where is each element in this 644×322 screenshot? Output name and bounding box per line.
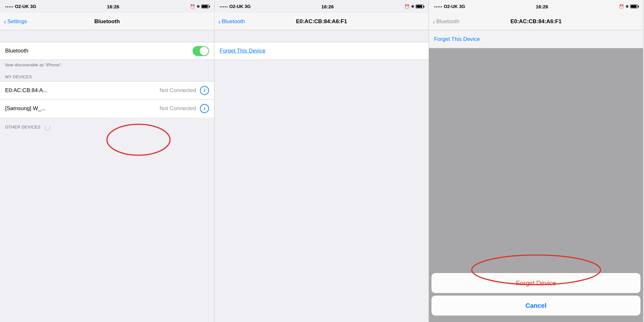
- forget-device-label-3: Forget This Device: [434, 36, 480, 43]
- device-right-1: Not Connected i: [160, 104, 209, 113]
- carrier-3: O2-UK: [444, 4, 458, 9]
- device-name-0: E0:AC:CB:84:A...: [5, 87, 47, 94]
- my-devices-list: E0:AC:CB:84:A... Not Connected i [Samsun…: [0, 81, 214, 118]
- nav-bar-2: ‹ Bluetooth E0:AC:CB:84:A6:F1: [214, 13, 429, 30]
- signal-dots-2: ●●●●●: [220, 5, 228, 8]
- status-bar-time-1: 16:26: [107, 4, 119, 9]
- device-id-title-3: E0:AC:CB:84:A6:F1: [510, 18, 562, 25]
- network-1: 3G: [30, 4, 36, 9]
- back-button-1[interactable]: ‹ Settings: [4, 18, 27, 25]
- back-label-1[interactable]: Settings: [7, 18, 27, 25]
- chevron-left-icon-1: ‹: [4, 18, 6, 25]
- device-right-0: Not Connected i: [160, 86, 209, 95]
- info-button-1[interactable]: i: [200, 104, 209, 113]
- forget-device-row[interactable]: Forget This Device: [214, 42, 429, 60]
- forget-device-button[interactable]: Forget Device: [431, 273, 640, 293]
- alarm-icon-2: ⏰: [404, 4, 410, 9]
- alarm-icon-1: ⏰: [190, 4, 195, 9]
- forget-device-label[interactable]: Forget This Device: [220, 48, 265, 54]
- network-2: 3G: [245, 4, 251, 9]
- bluetooth-icon-2: ✳: [411, 4, 414, 9]
- spacer-1: [0, 30, 214, 42]
- info-button-0[interactable]: i: [200, 86, 209, 95]
- bluetooth-icon-3: ✳: [625, 4, 629, 9]
- bluetooth-toggle-row: Bluetooth: [0, 42, 214, 60]
- bluetooth-icon-1: ✳: [196, 4, 200, 9]
- carrier-1: O2-UK: [15, 4, 29, 9]
- discoverable-text: Now discoverable as "iPhone".: [0, 60, 214, 67]
- other-devices-header: OTHER DEVICES: [0, 118, 214, 132]
- panel-bluetooth-settings: ●●●●● O2-UK 3G 16:26 ⏰ ✳ ‹ Settings Blue…: [0, 0, 214, 322]
- nav-bar-3: ‹ Bluetooth E0:AC:CB:84:A6:F1: [429, 13, 643, 30]
- page-title-1: Bluetooth: [94, 18, 120, 25]
- device-row-1: [Samsung] W_... Not Connected i: [0, 99, 214, 118]
- back-label-2[interactable]: Bluetooth: [222, 18, 245, 25]
- status-bar-right-1: ⏰ ✳: [190, 4, 209, 9]
- forget-device-button-label[interactable]: Forget Device: [516, 279, 556, 287]
- battery-icon-1: [201, 5, 209, 8]
- panel-action-sheet: ●●●●● O2-UK 3G 16:26 ⏰ ✳ ‹ Bluetooth E0:…: [429, 0, 643, 322]
- network-3: 3G: [459, 4, 465, 9]
- device-status-0: Not Connected: [160, 87, 196, 94]
- forget-device-row-3: Forget This Device: [429, 30, 643, 48]
- toggle-knob: [200, 47, 208, 55]
- signal-dots-1: ●●●●●: [5, 5, 14, 8]
- back-button-2[interactable]: ‹ Bluetooth: [218, 18, 245, 25]
- battery-icon-3: [630, 5, 638, 8]
- back-label-3[interactable]: Bluetooth: [436, 18, 459, 25]
- status-bar-right-3: ⏰ ✳: [619, 4, 638, 9]
- status-bar-1: ●●●●● O2-UK 3G 16:26 ⏰ ✳: [0, 0, 214, 13]
- status-bar-left-3: ●●●●● O2-UK 3G: [434, 4, 465, 9]
- status-bar-left-2: ●●●●● O2-UK 3G: [220, 4, 251, 9]
- device-row-0: E0:AC:CB:84:A... Not Connected i: [0, 81, 214, 99]
- status-bar-left-1: ●●●●● O2-UK 3G: [5, 4, 36, 9]
- chevron-left-icon-3: ‹: [433, 18, 435, 25]
- panel-forget-device: ●●●●● O2-UK 3G 16:26 ⏰ ✳ ‹ Bluetooth E0:…: [214, 0, 429, 322]
- carrier-2: O2-UK: [229, 4, 243, 9]
- cancel-button[interactable]: Cancel: [431, 296, 640, 316]
- spacer-2: [214, 30, 429, 42]
- nav-bar-1: ‹ Settings Bluetooth: [0, 13, 214, 30]
- signal-dots-3: ●●●●●: [434, 5, 442, 8]
- device-status-1: Not Connected: [160, 105, 196, 112]
- loading-spinner: [44, 125, 50, 130]
- back-button-3[interactable]: ‹ Bluetooth: [433, 18, 459, 25]
- status-bar-time-2: 16:26: [321, 4, 334, 9]
- status-bar-3: ●●●●● O2-UK 3G 16:26 ⏰ ✳: [429, 0, 643, 13]
- status-bar-right-2: ⏰ ✳: [404, 4, 423, 9]
- status-bar-2: ●●●●● O2-UK 3G 16:26 ⏰ ✳: [214, 0, 429, 13]
- alarm-icon-3: ⏰: [619, 4, 624, 9]
- chevron-left-icon-2: ‹: [218, 18, 221, 25]
- my-devices-header: MY DEVICES: [0, 67, 214, 81]
- bluetooth-toggle[interactable]: [193, 46, 209, 56]
- action-sheet: Forget Device Cancel: [429, 273, 643, 322]
- device-name-1: [Samsung] W_...: [5, 105, 46, 112]
- device-id-title-2: E0:AC:CB:84:A6:F1: [296, 18, 347, 25]
- cancel-button-label[interactable]: Cancel: [526, 302, 547, 309]
- battery-icon-2: [416, 5, 423, 8]
- status-bar-time-3: 16:26: [536, 4, 548, 9]
- bluetooth-label: Bluetooth: [5, 48, 28, 54]
